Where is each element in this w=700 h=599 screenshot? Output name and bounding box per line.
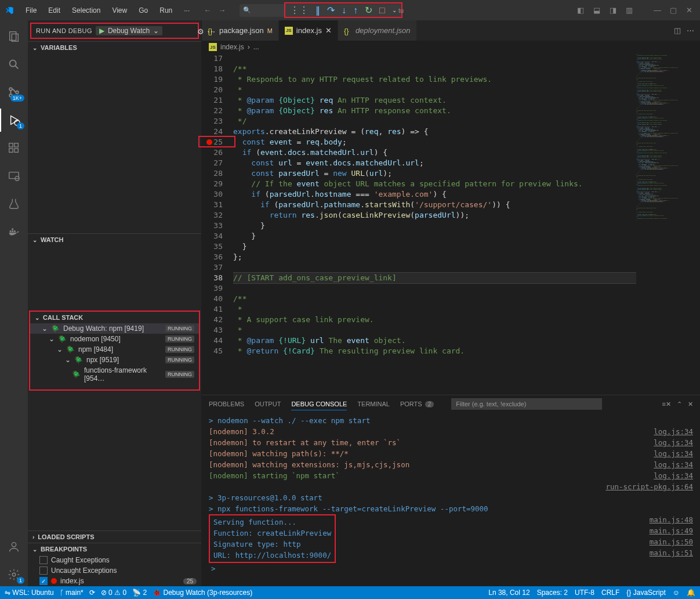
window-close-icon[interactable]: ✕ bbox=[686, 6, 695, 15]
minimap[interactable]: /** * Responds to any HTTP request relat… bbox=[636, 53, 700, 395]
notifications-icon[interactable]: 🔔 bbox=[687, 589, 695, 597]
indentation[interactable]: Spaces: 2 bbox=[537, 589, 568, 597]
ports-indicator[interactable]: 📡 2 bbox=[132, 589, 147, 597]
tab-index-js[interactable]: JS index.js ✕ bbox=[279, 20, 338, 41]
gutter[interactable]: 1718192021222324252627282930313233343536… bbox=[202, 53, 233, 395]
menu-edit[interactable]: Edit bbox=[43, 4, 65, 17]
panel-tab-problems[interactable]: PROBLEMS bbox=[209, 398, 244, 410]
callstack-section-header[interactable]: ⌄CALL STACK bbox=[30, 312, 199, 323]
sync-icon[interactable]: ⟳ bbox=[89, 589, 95, 597]
eol[interactable]: CRLF bbox=[601, 589, 619, 597]
console-source-link[interactable]: log.js:34 bbox=[654, 459, 693, 470]
filter-placeholder: Filter (e.g. text, !exclude) bbox=[456, 400, 526, 407]
panel-tab-debug-console[interactable]: DEBUG CONSOLE bbox=[291, 398, 347, 410]
menu-view[interactable]: View bbox=[107, 4, 132, 17]
breakpoint-caught[interactable]: Caught Exceptions bbox=[28, 555, 201, 565]
callstack-row[interactable]: ⌄🪲nodemon [9450]RUNNING bbox=[30, 334, 199, 344]
split-editor-icon[interactable]: ◫ bbox=[674, 26, 681, 35]
launch-config-select[interactable]: ▶ Debug Watch ⌄ bbox=[96, 26, 162, 35]
panel-tab-output[interactable]: OUTPUT bbox=[255, 398, 281, 410]
restart-icon[interactable]: ↻ bbox=[365, 5, 372, 16]
nav-forward-icon[interactable]: → bbox=[218, 6, 226, 15]
breakpoint-uncaught[interactable]: Uncaught Exceptions bbox=[28, 565, 201, 576]
explorer-icon[interactable] bbox=[0, 25, 28, 48]
callstack-row[interactable]: ⌄🪲npm [9484]RUNNING bbox=[30, 344, 199, 355]
git-branch[interactable]: ᚴ main* bbox=[60, 589, 84, 597]
panel-tab-terminal[interactable]: TERMINAL bbox=[357, 398, 390, 410]
source-control-icon[interactable]: 1K+ bbox=[0, 81, 28, 104]
feedback-icon[interactable]: ☺ bbox=[673, 589, 680, 597]
checkbox-icon[interactable] bbox=[39, 566, 48, 575]
menu-more[interactable]: ··· bbox=[179, 4, 194, 17]
breadcrumb-item[interactable]: ... bbox=[253, 43, 259, 51]
search-icon[interactable] bbox=[0, 53, 28, 76]
nav-back-icon[interactable]: ← bbox=[204, 6, 211, 15]
stop-icon[interactable]: □ bbox=[379, 5, 385, 16]
watch-section-header[interactable]: ⌄WATCH bbox=[28, 234, 201, 246]
debug-target-chevron-icon[interactable]: ⌄ bbox=[392, 7, 397, 13]
close-tab-icon[interactable]: ✕ bbox=[325, 26, 332, 35]
remote-explorer-icon[interactable] bbox=[0, 164, 28, 187]
problems-indicator[interactable]: ⊘ 0 ⚠ 0 bbox=[101, 589, 126, 597]
callstack-row[interactable]: ⌄🪲npx [9519]RUNNING bbox=[30, 355, 199, 365]
step-into-icon[interactable]: ↓ bbox=[342, 5, 346, 16]
debug-status[interactable]: 🐞 Debug Watch (3p-resources) bbox=[153, 589, 252, 597]
drag-handle-icon[interactable]: ⋮⋮ bbox=[290, 5, 309, 16]
docker-icon[interactable] bbox=[0, 220, 28, 243]
extensions-icon[interactable] bbox=[0, 136, 28, 160]
code-editor[interactable]: /** * Responds to any HTTP request relat… bbox=[233, 53, 636, 395]
step-over-icon[interactable]: ↷ bbox=[327, 5, 335, 16]
language-mode[interactable]: {} JavaScript bbox=[626, 589, 665, 597]
menu-run[interactable]: Run bbox=[155, 4, 177, 17]
checkbox-icon[interactable] bbox=[39, 556, 48, 564]
loaded-scripts-header[interactable]: ›LOADED SCRIPTS bbox=[28, 531, 201, 543]
breakpoint-file[interactable]: ✓index.js25 bbox=[28, 576, 201, 586]
tab-deployment-json[interactable]: {} deployment.json bbox=[338, 20, 417, 41]
breakpoints-header[interactable]: ⌄BREAKPOINTS bbox=[28, 543, 201, 555]
layout-grid-icon[interactable]: ▥ bbox=[626, 6, 635, 15]
window-minimize-icon[interactable]: — bbox=[654, 6, 663, 15]
remote-indicator[interactable]: ⇋ WSL: Ubuntu bbox=[5, 589, 54, 597]
breadcrumb[interactable]: JS index.js › ... bbox=[202, 41, 700, 53]
window-maximize-icon[interactable]: ▢ bbox=[670, 6, 679, 15]
debug-console-filter[interactable]: Filter (e.g. text, !exclude) bbox=[451, 398, 602, 410]
gear-icon[interactable]: ⚙ bbox=[197, 27, 204, 36]
layout-bottom-icon[interactable]: ⬓ bbox=[593, 6, 603, 15]
console-source-link[interactable]: run-script-pkg.js:64 bbox=[605, 481, 693, 492]
close-panel-icon[interactable]: ✕ bbox=[688, 400, 693, 408]
console-source-link[interactable]: log.js:34 bbox=[654, 448, 693, 459]
svg-point-6 bbox=[16, 91, 19, 94]
callstack-row[interactable]: 🪲functions-framework [954…RUNNING bbox=[30, 365, 199, 384]
checkbox-icon[interactable]: ✓ bbox=[39, 577, 48, 585]
bp-line-badge: 25 bbox=[183, 578, 197, 584]
callstack-row[interactable]: ⌄🪲Debug Watch: npm [9419]RUNNING bbox=[30, 323, 199, 334]
debug-badge: 1 bbox=[17, 122, 24, 129]
console-source-link[interactable]: log.js:34 bbox=[654, 470, 693, 481]
panel-tab-ports[interactable]: PORTS 2 bbox=[400, 398, 434, 410]
bp-label: index.js bbox=[60, 577, 84, 585]
more-icon[interactable]: ⋯ bbox=[208, 27, 215, 36]
breakpoint-dot-icon bbox=[51, 578, 57, 584]
menu-file[interactable]: File bbox=[21, 4, 41, 17]
menu-selection[interactable]: Selection bbox=[67, 4, 105, 17]
step-out-icon[interactable]: ↑ bbox=[353, 5, 358, 16]
pause-icon[interactable]: ‖ bbox=[315, 5, 320, 16]
breadcrumb-item[interactable]: index.js bbox=[220, 43, 244, 51]
menu-go[interactable]: Go bbox=[134, 4, 153, 17]
accounts-icon[interactable] bbox=[0, 535, 28, 558]
clear-console-icon[interactable]: ≡✕ bbox=[662, 400, 671, 408]
variables-section-header[interactable]: ⌄VARIABLES bbox=[28, 42, 201, 53]
encoding[interactable]: UTF-8 bbox=[575, 589, 594, 597]
cursor-position[interactable]: Ln 38, Col 12 bbox=[488, 589, 529, 597]
run-debug-icon[interactable]: 1 bbox=[0, 109, 28, 132]
debug-console[interactable]: > nodemon --watch ./ --exec npm start[no… bbox=[202, 413, 700, 586]
layout-left-icon[interactable]: ◧ bbox=[577, 6, 586, 15]
more-icon[interactable]: ⋯ bbox=[687, 26, 694, 35]
console-source-link[interactable]: log.js:34 bbox=[654, 426, 693, 437]
settings-gear-icon[interactable]: 1 bbox=[0, 563, 28, 586]
testing-icon[interactable] bbox=[0, 192, 28, 215]
console-source-link[interactable]: log.js:34 bbox=[654, 437, 693, 448]
layout-right-icon[interactable]: ◨ bbox=[610, 6, 619, 15]
console-line: [nodemon] to restart at any time, enter … bbox=[209, 437, 654, 448]
chevron-up-icon[interactable]: ⌃ bbox=[677, 400, 682, 408]
